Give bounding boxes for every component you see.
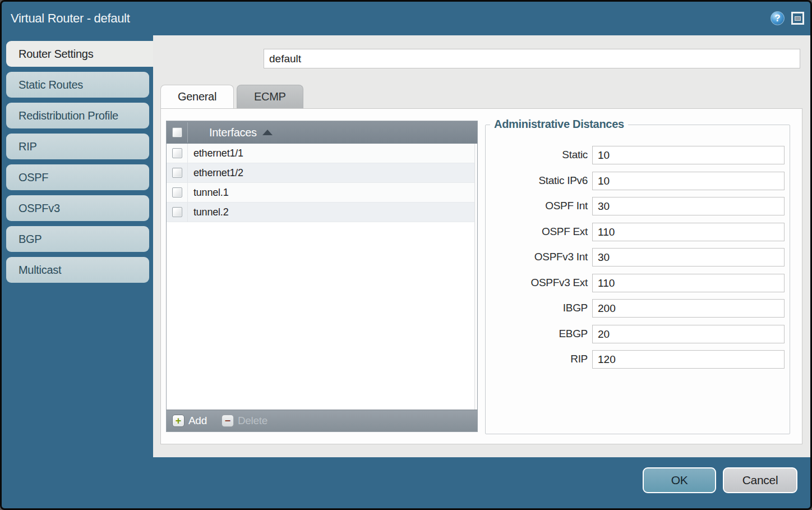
tab-label: ECMP xyxy=(254,90,286,103)
plus-icon: + xyxy=(172,415,184,427)
form-row: Static xyxy=(486,146,790,164)
form-row: OSPFv3 Ext xyxy=(486,274,790,292)
static-input[interactable] xyxy=(592,146,785,164)
fieldset-legend: Administrative Distances xyxy=(490,118,628,131)
sidebar-item-label: RIP xyxy=(19,140,36,153)
form-row: Static IPv6 xyxy=(486,172,790,190)
dialog-footer: OK Cancel xyxy=(2,454,810,508)
rip-input[interactable] xyxy=(592,350,785,369)
form-row: IBGP xyxy=(486,299,790,318)
interface-name: ethernet1/1 xyxy=(193,148,243,159)
dialog-title: Virtual Router - default xyxy=(11,11,130,26)
row-checkbox[interactable] xyxy=(172,187,182,197)
column-separator xyxy=(187,144,188,163)
plus-glyph: + xyxy=(176,416,182,426)
static-ipv6-input[interactable] xyxy=(592,172,785,190)
ebgp-label: EBGP xyxy=(487,328,588,340)
sidebar-item-label: OSPFv3 xyxy=(19,202,60,215)
interfaces-column-header[interactable]: Interfaces xyxy=(167,121,477,144)
table-row[interactable]: tunnel.2 xyxy=(167,203,477,222)
sidebar-item-rip[interactable]: RIP xyxy=(6,134,149,159)
static-label: Static xyxy=(487,149,588,161)
interfaces-list: ethernet1/1 ethernet1/2 tunnel.1 xyxy=(167,144,477,410)
select-all-checkbox[interactable] xyxy=(172,127,182,137)
form-row: EBGP xyxy=(486,325,790,343)
row-checkbox[interactable] xyxy=(172,148,182,158)
table-row[interactable]: ethernet1/1 xyxy=(167,144,477,163)
table-row[interactable]: tunnel.1 xyxy=(167,183,477,203)
delete-button[interactable]: − Delete xyxy=(222,415,267,427)
sidebar-item-redistribution-profile[interactable]: Redistribution Profile xyxy=(6,103,149,128)
ospf-ext-input[interactable] xyxy=(592,223,785,241)
sidebar-item-router-settings[interactable]: Router Settings xyxy=(6,41,153,67)
form-row: OSPF Ext xyxy=(486,223,790,241)
column-separator xyxy=(187,203,188,222)
sidebar-item-label: Redistribution Profile xyxy=(19,109,118,122)
sidebar-item-label: BGP xyxy=(19,233,41,246)
minus-glyph: − xyxy=(225,416,231,426)
maximize-icon[interactable] xyxy=(791,12,804,25)
cancel-button[interactable]: Cancel xyxy=(723,467,797,493)
help-icon[interactable]: ? xyxy=(771,11,785,25)
form-row: RIP xyxy=(486,350,790,369)
ibgp-input[interactable] xyxy=(592,299,785,318)
ospfv3-ext-label: OSPFv3 Ext xyxy=(487,277,588,289)
tab-ecmp[interactable]: ECMP xyxy=(237,85,303,108)
sidebar-item-bgp[interactable]: BGP xyxy=(6,226,149,252)
form-row: OSPFv3 Int xyxy=(486,248,790,267)
column-separator xyxy=(187,183,188,202)
ospfv3-int-input[interactable] xyxy=(592,248,785,267)
sidebar-item-multicast[interactable]: Multicast xyxy=(6,257,149,283)
interface-name: tunnel.2 xyxy=(193,206,228,218)
form-row: OSPF Int xyxy=(486,197,790,215)
delete-button-label: Delete xyxy=(238,415,267,427)
tab-strip: General ECMP xyxy=(160,85,303,108)
sidebar: Router Settings Static Routes Redistribu… xyxy=(6,41,153,288)
ospf-ext-label: OSPF Ext xyxy=(487,226,588,238)
maximize-icon-inner xyxy=(795,16,801,21)
content-area: Name General ECMP Interfaces xyxy=(153,35,810,457)
ok-button[interactable]: OK xyxy=(643,467,716,493)
sidebar-item-ospfv3[interactable]: OSPFv3 xyxy=(6,195,149,221)
ospf-int-input[interactable] xyxy=(592,197,785,215)
sort-ascending-icon xyxy=(262,130,273,135)
table-row[interactable]: ethernet1/2 xyxy=(167,163,477,183)
rip-label: RIP xyxy=(487,353,588,365)
tab-label: General xyxy=(178,90,216,103)
ebgp-input[interactable] xyxy=(592,325,785,343)
add-button[interactable]: + Add xyxy=(172,415,207,427)
help-glyph: ? xyxy=(774,13,780,24)
ospfv3-int-label: OSPFv3 Int xyxy=(487,251,588,263)
administrative-distances-fieldset: Administrative Distances Static Static I… xyxy=(485,125,790,434)
sidebar-item-label: Router Settings xyxy=(19,48,93,61)
interface-name: tunnel.1 xyxy=(193,187,228,199)
sidebar-item-label: Multicast xyxy=(19,264,61,277)
general-tab-panel: Interfaces ethernet1/1 ethernet1/2 xyxy=(160,108,802,444)
column-separator xyxy=(187,122,188,143)
name-input[interactable] xyxy=(264,49,800,68)
sidebar-item-static-routes[interactable]: Static Routes xyxy=(6,72,149,98)
table-footer: + Add − Delete xyxy=(167,410,477,431)
ospf-int-label: OSPF Int xyxy=(487,200,588,212)
ospfv3-ext-input[interactable] xyxy=(592,274,785,292)
row-checkbox[interactable] xyxy=(172,168,182,178)
interface-name: ethernet1/2 xyxy=(193,167,243,179)
add-button-label: Add xyxy=(188,415,207,427)
column-separator xyxy=(187,163,188,182)
static-ipv6-label: Static IPv6 xyxy=(487,174,588,187)
tab-general[interactable]: General xyxy=(160,85,234,108)
minus-icon: − xyxy=(222,415,234,427)
row-checkbox[interactable] xyxy=(172,207,182,217)
sidebar-item-label: OSPF xyxy=(19,171,48,184)
sidebar-item-label: Static Routes xyxy=(19,79,83,91)
interfaces-table: Interfaces ethernet1/1 ethernet1/2 xyxy=(166,121,478,432)
sidebar-item-ospf[interactable]: OSPF xyxy=(6,164,149,190)
ibgp-label: IBGP xyxy=(487,302,588,314)
interfaces-header-label: Interfaces xyxy=(209,126,257,139)
virtual-router-dialog: Virtual Router - default ? Router Settin… xyxy=(0,0,812,510)
table-scrollbar[interactable] xyxy=(474,144,477,410)
title-bar: Virtual Router - default ? xyxy=(2,2,810,35)
